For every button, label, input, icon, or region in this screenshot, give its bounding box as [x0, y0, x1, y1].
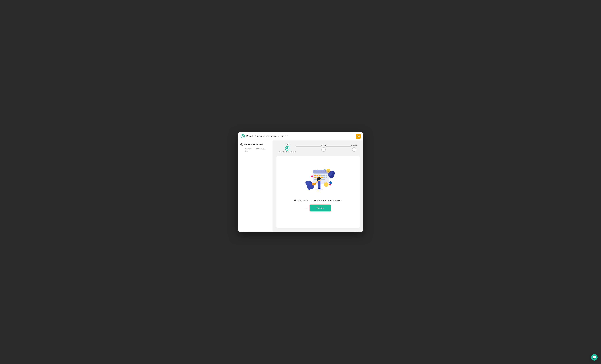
svg-rect-29: [323, 179, 325, 180]
svg-point-47: [329, 170, 329, 170]
illustration: [299, 162, 337, 196]
sidebar-section-header: ⊙ Problem Statement: [240, 143, 270, 146]
problem-statement-icon: ⊙: [240, 143, 243, 146]
user-avatar[interactable]: CW: [356, 134, 361, 139]
svg-rect-14: [316, 175, 318, 176]
svg-rect-24: [326, 177, 327, 178]
svg-rect-16: [321, 175, 323, 176]
svg-marker-56: [311, 177, 312, 178]
svg-rect-23: [323, 177, 325, 178]
sidebar-description: Problem statement will appear here: [240, 147, 270, 152]
stepper-line-1: [296, 146, 321, 147]
header-left: Ritual / General Workspace / Untitled: [240, 134, 288, 139]
svg-rect-25: [314, 179, 316, 180]
svg-point-60: [329, 181, 332, 184]
step-explore: Explore: [351, 144, 357, 152]
step-source-label: Source: [321, 144, 326, 146]
arrow-icon: →: [305, 206, 308, 210]
svg-point-54: [314, 172, 315, 172]
svg-rect-18: [326, 175, 327, 176]
sidebar-section-title-text: Problem Statement: [244, 143, 263, 146]
main-layout: ⊙ Problem Statement Problem statement wi…: [238, 140, 363, 232]
svg-rect-13: [314, 175, 316, 176]
svg-rect-17: [323, 175, 325, 176]
app-window: Ritual / General Workspace / Untitled CW…: [238, 132, 363, 232]
svg-rect-35: [318, 181, 321, 187]
svg-point-61: [315, 189, 323, 190]
step-source: Source: [321, 144, 326, 152]
step-source-circle: [321, 147, 326, 152]
step-define: Define Define Problem Statement: [279, 143, 296, 153]
step-define-sublabel: Define Problem Statement: [279, 151, 296, 153]
stepper-container: Define Define Problem Statement Source: [273, 140, 363, 156]
svg-point-46: [327, 170, 328, 170]
sidebar: ⊙ Problem Statement Problem statement wi…: [238, 140, 273, 232]
define-button[interactable]: Define: [310, 205, 331, 212]
step-explore-circle: [352, 147, 356, 152]
cta-text: Next let us help you craft a problem sta…: [294, 199, 341, 202]
svg-rect-49: [326, 186, 327, 187]
step-define-circle: [285, 146, 289, 151]
content-area: Define Define Problem Statement Source: [273, 140, 363, 232]
main-card: Next let us help you craft a problem sta…: [276, 156, 360, 228]
svg-point-45: [326, 169, 330, 173]
breadcrumb-sep-1: /: [255, 135, 256, 138]
svg-rect-15: [319, 175, 321, 176]
svg-point-42: [317, 178, 319, 182]
card-area: Next let us help you craft a problem sta…: [273, 156, 363, 232]
svg-rect-19: [314, 177, 316, 178]
avatar-initials: CW: [357, 135, 360, 137]
breadcrumb-workspace[interactable]: General Workspace: [257, 135, 276, 137]
step-define-label: Define: [285, 143, 290, 145]
svg-point-1: [242, 135, 244, 137]
step-explore-label: Explore: [351, 144, 357, 146]
breadcrumb-sep-2: /: [278, 135, 279, 138]
ritual-logo-icon: [240, 134, 245, 139]
stepper-line-2: [326, 146, 351, 147]
illustration-svg: [299, 162, 337, 196]
svg-rect-22: [321, 177, 323, 178]
header: Ritual / General Workspace / Untitled CW: [238, 132, 363, 140]
breadcrumb-page[interactable]: Untitled: [281, 135, 288, 137]
define-button-row: → Define: [305, 205, 331, 212]
chat-bubble-button[interactable]: 💬: [591, 354, 598, 361]
stepper: Define Define Problem Statement Source: [279, 143, 357, 153]
logo: Ritual: [240, 134, 253, 139]
svg-rect-28: [321, 179, 323, 180]
svg-point-48: [324, 182, 328, 187]
logo-text: Ritual: [246, 135, 253, 138]
chat-bubble-icon: 💬: [592, 355, 596, 359]
